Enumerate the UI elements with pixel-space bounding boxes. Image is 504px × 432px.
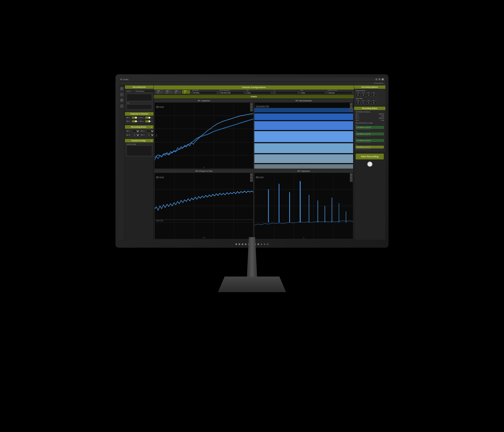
delayed-hour-input[interactable] [361,93,366,97]
window-controls: _ □ × [375,78,384,80]
stop-min-input[interactable] [366,101,371,105]
drive-rf1-select[interactable] [132,130,140,132]
channel-tab-rf1[interactable]: RF 1 [155,90,164,94]
param-bandwidth: Bandwidth [192,90,217,94]
drives-expand-icon[interactable]: + [151,126,152,128]
drive-rf3-row: RF 3 4% [127,134,140,136]
minimize-button[interactable]: _ [375,78,377,80]
graph-rf3-x-label: Time [203,237,206,238]
dot-4 [245,243,246,245]
param-bits-input[interactable] [246,91,271,94]
param-bandwidth-input[interactable] [192,91,217,94]
graph-rf4-zoom-out[interactable]: - [350,179,353,182]
graph-rf3-expand[interactable]: ⤢ [250,173,253,176]
drives-usage-label: Recording Drives Usage [356,122,384,124]
channel-selector-bar: 4ChannelUnit [119,82,385,85]
graph-rf1-expand[interactable]: ⤢ [250,103,253,106]
sidebar-home-icon[interactable]: ⌂ [120,93,124,96]
drive-e-status: E:\ 0.00 GB/sec at 3.10 TB Recording dri… [356,131,384,137]
name-input[interactable] [135,90,154,92]
channel-rf1-toggle[interactable] [132,117,137,119]
svg-text:Noise Floor: Noise Floor [156,219,163,221]
stop-hour-group: Hour [361,100,366,105]
param-fs-input[interactable] [274,91,298,94]
graph-rf1-y-label: dBm [156,134,157,137]
channel-rf4-toggle[interactable] [145,120,150,122]
drive-e-text: 0.00 GB/sec at 3.10 TB [357,133,370,135]
stop-day-input[interactable] [356,101,360,105]
status-rf2-value: 0 % [381,115,384,117]
drive-d-sub: Recording drive with 365.0acb/s [356,129,384,130]
channel-tab-rf2[interactable]: RF 2 [164,90,172,94]
drive-f-status: F:\ 5.71 GB/sec at 3.10 TB Recording dri… [356,137,384,143]
maximize-button[interactable]: □ [379,78,381,80]
tags-textarea[interactable] [127,104,152,110]
graph-rf4-expand[interactable]: ⤢ [350,173,353,176]
delayed-sec-input[interactable] [371,93,376,97]
recording-info-section: Recording Info Name Tags [125,85,154,111]
drive-d-bar: 0.00 GB/sec at 3.10 TB [356,126,384,129]
recording-info-header: Recording Info [125,85,154,89]
graph-rf2-controls: ⤢ + - [350,103,353,111]
graph-rf3-zoom-out[interactable]: - [250,179,253,182]
delayed-day-input[interactable] [356,93,360,97]
graph-rf3-power: RF 3 Power Vs Time [154,169,254,239]
graph-rf2-expand[interactable]: ⤢ [350,103,353,106]
channel-config-title: Channel Configurations [242,86,266,89]
param-center-freq-input[interactable] [219,91,244,94]
graph-rf3-zoom-in[interactable]: + [250,176,253,179]
graph-rf2-body: Quantization Bits ⤢ + - Buffers [254,102,353,169]
sidebar-settings-icon[interactable]: ⚙ [120,98,124,102]
stop-hour-input[interactable] [361,101,366,105]
session-expand-icon[interactable]: + [151,140,152,142]
param-dbm-input[interactable] [301,91,325,94]
channel-rf3-toggle[interactable] [132,120,137,122]
channel-rf2-row: RF 2 On [140,117,153,119]
drive-rf2-select[interactable] [146,130,154,132]
channel-rf2-label: RF 2 [140,117,145,118]
delayed-day-group: Day [356,92,360,97]
drive-d-id: D:\ [356,124,384,126]
graph-rf4-zoom-in[interactable]: + [350,176,353,179]
dot-3 [242,243,243,245]
graph-rf3-title: RF 3 Power Vs Time [155,170,253,173]
channel-tab-rf4[interactable]: RF 4 [182,90,190,94]
delayed-min-input[interactable] [366,93,371,97]
start-recording-button[interactable]: Start Recording [356,154,384,159]
graph-rf2-zoom-out[interactable]: - [350,109,353,111]
recording-info-content: Name Tags [125,89,154,111]
title-bar: RF Studio _ □ × [119,77,385,82]
graph-rf2-zoom-in[interactable]: + [350,106,353,108]
drive-rf4-select[interactable]: 4% [146,134,154,136]
status-rf1-value: 0.01 % [379,113,384,115]
drive-g-status: G:\ 0.00 GB/sec at 2.12 TB Recording dri… [356,144,384,150]
active-config-label: Active Config [127,143,152,145]
graph-rf1-zoom-in[interactable]: + [250,106,253,108]
graphs-grid: RF 1 Spectrum [154,98,354,240]
sidebar-menu-icon[interactable]: ☰ [120,87,124,91]
graph-rf4-controls: ⤢ + - [350,173,353,182]
graph-rf1-x-label: Hz [203,166,205,168]
drive-d-text: 0.00 GB/sec at 3.10 TB [357,127,370,128]
status-rf3-label: RF 3 [356,117,359,119]
graph-rf1-zoom-out[interactable]: - [250,109,253,111]
drive-rf3-select[interactable]: 4% [132,134,140,136]
stop-sec-input[interactable] [371,101,376,105]
monitor-stand-base [218,277,286,292]
drive-g-text: 0.00 GB/sec at 2.12 TB [357,146,370,148]
graph-rf1-body: dBm level ⤢ + - Hz dBm [155,102,253,169]
svg-text:dBm level: dBm level [256,176,263,179]
drive-f-sub: Recording drive with 365.0acb/s [356,142,384,143]
close-button[interactable]: × [382,78,384,80]
notes-textarea[interactable] [127,94,152,101]
graph-rf1-controls: ⤢ + - [250,103,253,111]
channel-config-bar: Channel Configurations [154,85,354,90]
channel-tabs-row: RF 1 RF 2 RF 3 RF 4 Bandwidth Center Fre… [154,90,354,95]
channel-rf2-toggle[interactable] [145,117,150,119]
param-ref-clock-input[interactable] [328,91,352,94]
channel-rf3-row: RF 3 On [127,120,139,122]
drive-g-id: G:\ [356,144,384,145]
channel-tab-rf3[interactable]: RF 3 [173,90,181,94]
sidebar-info-icon[interactable]: i [120,104,124,108]
status-rf4-label: RF 4 [356,119,359,121]
